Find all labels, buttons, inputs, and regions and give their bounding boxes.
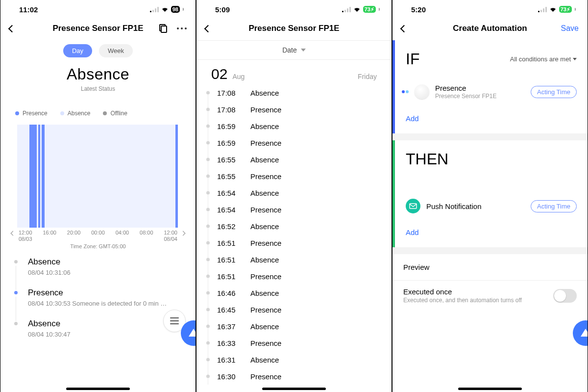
log-time: 16:31 <box>217 356 242 364</box>
log-time: 16:54 <box>217 189 242 197</box>
event-list[interactable]: Absence08/04 10:31:06Presence08/04 10:30… <box>0 249 196 350</box>
condition-mode[interactable]: All conditions are met <box>510 55 577 63</box>
log-row[interactable]: 16:45Presence <box>217 301 387 318</box>
log-time: 16:51 <box>217 272 242 281</box>
log-row[interactable]: 16:54Absence <box>217 184 387 201</box>
log-time: 16:46 <box>217 289 242 297</box>
battery-icon: 73⚡︎ <box>559 6 572 13</box>
save-button[interactable]: Save <box>561 24 579 33</box>
svg-rect-0 <box>410 204 416 209</box>
date-selector[interactable]: Date <box>196 40 392 60</box>
status-label: Absence <box>0 65 196 83</box>
executed-once-toggle[interactable] <box>553 289 577 303</box>
back-icon[interactable] <box>400 25 408 32</box>
log-status: Absence <box>250 356 279 364</box>
share-icon[interactable] <box>159 24 167 33</box>
log-time: 16:45 <box>217 306 242 314</box>
tab-day[interactable]: Day <box>63 44 92 57</box>
log-time: 16:33 <box>217 339 242 347</box>
action-title: Push Notification <box>426 202 525 210</box>
then-action-row[interactable]: Push Notification Acting Time <box>395 193 588 219</box>
log-status: Absence <box>250 289 279 297</box>
event-item[interactable]: Absence08/04 10:31:06 <box>14 257 192 288</box>
acting-time-button[interactable]: Acting Time <box>531 86 577 98</box>
nav-bar: Create Automation Save <box>392 17 588 40</box>
status-right: 98 <box>150 6 184 13</box>
timezone-label: Time Zone: GMT-05:00 <box>10 243 186 249</box>
wifi-icon <box>549 7 557 12</box>
log-row[interactable]: 16:59Presence <box>217 134 387 151</box>
log-status: Absence <box>250 122 279 131</box>
chevron-right-icon[interactable] <box>181 231 186 236</box>
log-status: Presence <box>250 239 281 247</box>
range-tabs: Day Week <box>0 40 196 62</box>
log-time: 16:55 <box>217 156 242 164</box>
log-row[interactable]: 16:33Presence <box>217 335 387 351</box>
status-bar: 5:09 73⚡︎ <box>196 0 392 17</box>
log-row[interactable]: 16:52Absence <box>217 218 387 235</box>
cell-signal-icon <box>150 7 159 12</box>
log-status: Presence <box>250 105 281 114</box>
log-row[interactable]: 16:51Presence <box>217 235 387 251</box>
home-indicator <box>262 388 326 390</box>
if-add-button[interactable]: Add <box>395 105 588 133</box>
log-row[interactable]: 16:51Presence <box>217 268 387 285</box>
log-time: 16:59 <box>217 122 242 131</box>
log-row[interactable]: 16:37Absence <box>217 318 387 335</box>
month-label: Aug <box>232 73 245 80</box>
axis-ticks: 12:0008/03 16:00 20:00 00:00 04:00 08:00… <box>19 230 177 242</box>
screen-log-view: 5:09 73⚡︎ Presence Sensor FP1E Date 02Au… <box>196 0 392 392</box>
log-time: 16:54 <box>217 206 242 214</box>
log-time: 16:37 <box>217 322 242 331</box>
status-bar: 11:02 98 <box>0 0 196 17</box>
then-section: THEN Push Notification Acting Time Add <box>392 140 588 247</box>
chevron-left-icon[interactable] <box>11 231 16 236</box>
clock: 11:02 <box>19 5 38 14</box>
log-list[interactable]: 17:08Absence17:08Presence16:59Absence16:… <box>196 84 392 385</box>
condition-title: Presence <box>435 84 525 92</box>
log-row[interactable]: 17:08Presence <box>217 101 387 118</box>
chart-body[interactable] <box>10 125 186 228</box>
then-title: THEN <box>406 150 448 168</box>
status-sub: Latest Status <box>0 85 196 92</box>
log-time: 16:30 <box>217 372 242 381</box>
if-condition-row[interactable]: Presence Presence Sensor FP1E Acting Tim… <box>395 78 588 105</box>
preview-row[interactable]: Preview <box>392 254 588 280</box>
log-row[interactable]: 16:59Absence <box>217 118 387 134</box>
log-row[interactable]: 16:55Presence <box>217 168 387 184</box>
log-time: 16:51 <box>217 256 242 264</box>
battery-icon: 98 <box>171 6 180 13</box>
event-title: Absence <box>28 257 192 267</box>
log-row[interactable]: 16:54Presence <box>217 201 387 218</box>
mail-icon <box>406 199 420 213</box>
battery-icon: 73⚡︎ <box>363 6 376 13</box>
log-row[interactable]: 16:51Absence <box>217 251 387 268</box>
log-status: Presence <box>250 339 281 347</box>
then-add-button[interactable]: Add <box>395 219 588 247</box>
log-time: 16:55 <box>217 172 242 181</box>
log-status: Presence <box>250 372 281 381</box>
acting-time-button[interactable]: Acting Time <box>531 200 577 212</box>
page-title: Presence Sensor FP1E <box>37 24 159 33</box>
log-status: Absence <box>250 156 279 164</box>
back-icon[interactable] <box>204 25 212 32</box>
log-row[interactable]: 17:08Absence <box>217 84 387 101</box>
tab-week[interactable]: Week <box>99 44 133 57</box>
back-icon[interactable] <box>8 25 16 32</box>
assistant-fab[interactable] <box>573 320 588 346</box>
triangle-icon <box>189 329 196 337</box>
event-detail: 08/04 10:30:53 Someone is detected for 0… <box>28 300 192 307</box>
wifi-icon <box>161 7 169 12</box>
section-divider <box>392 247 588 254</box>
dot-icon <box>60 111 64 115</box>
presence-chart: 12:0008/03 16:00 20:00 00:00 04:00 08:00… <box>10 125 186 249</box>
log-row[interactable]: 16:55Absence <box>217 151 387 168</box>
log-row[interactable]: 16:46Absence <box>217 285 387 301</box>
log-status: Presence <box>250 139 281 147</box>
clock: 5:20 <box>411 5 426 14</box>
log-row[interactable]: 16:31Absence <box>217 351 387 368</box>
beads-icon <box>402 90 409 93</box>
more-icon[interactable] <box>177 27 187 29</box>
event-title: Presence <box>28 288 192 298</box>
log-row[interactable]: 16:30Presence <box>217 368 387 385</box>
